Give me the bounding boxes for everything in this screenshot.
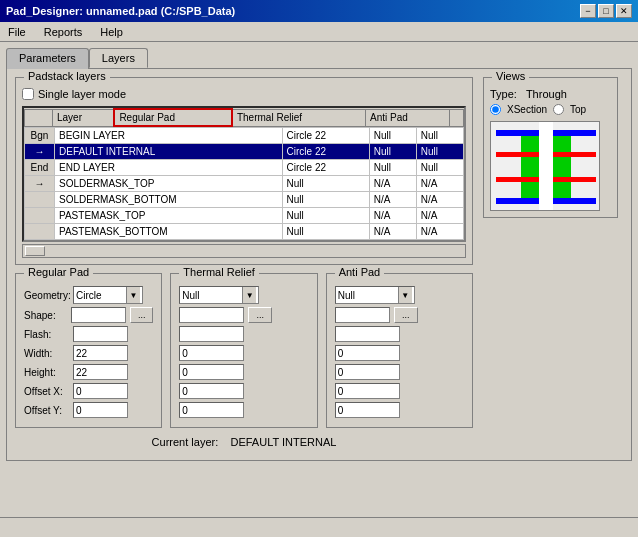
table-row[interactable]: PASTEMASK_BOTTOM Null N/A N/A [25,224,464,240]
height-input[interactable] [73,364,128,380]
title-bar: Pad_Designer: unnamed.pad (C:/SPB_Data) … [0,0,638,22]
horizontal-scrollbar[interactable] [22,244,466,258]
thermal-geometry-dropdown[interactable]: Null ▼ [179,286,259,304]
scrollbar-thumb[interactable] [25,246,45,256]
anti-flash-row [335,326,464,342]
anti-width-input[interactable] [335,345,400,361]
thermal-width-row [179,345,308,361]
offset-x-input[interactable] [73,383,128,399]
geometry-dropdown-arrow[interactable]: ▼ [126,287,140,303]
col-thermal-relief: Thermal Relief [232,109,366,126]
xsection-radio[interactable] [490,104,501,115]
anti-flash-input[interactable] [335,326,400,342]
row-label-smbot [25,192,55,208]
offset-y-label: Offset Y: [24,405,69,416]
table-row[interactable]: End END LAYER Circle 22 Null Null [25,160,464,176]
row-layer-pmtop[interactable]: PASTEMASK_TOP [55,208,283,224]
single-layer-label: Single layer mode [38,88,126,100]
anti-geometry-value: Null [338,290,355,301]
top-label: Top [570,104,586,115]
views-panel: Views Type: Through XSection Top [483,77,618,218]
row-thermal-default: Null [369,144,416,160]
top-radio[interactable] [553,104,564,115]
geometry-row: Geometry: Circle ▼ [24,286,153,304]
menu-reports[interactable]: Reports [40,24,87,40]
anti-shape-row: ... [335,307,464,323]
tab-parameters[interactable]: Parameters [6,48,89,69]
views-title: Views [492,70,529,82]
thermal-width-input[interactable] [179,345,244,361]
layer-table: Layer Regular Pad Thermal Relief Anti Pa… [24,108,464,127]
table-row[interactable]: → DEFAULT INTERNAL Circle 22 Null Null [25,144,464,160]
shape-input[interactable] [71,307,126,323]
table-row[interactable]: Bgn BEGIN LAYER Circle 22 Null Null [25,128,464,144]
offset-y-input[interactable] [73,402,128,418]
anti-dropdown-arrow[interactable]: ▼ [398,287,412,303]
row-thermal-pmtop: N/A [369,208,416,224]
row-thermal-end: Null [369,160,416,176]
regular-pad-group: Regular Pad Geometry: Circle ▼ Shape: ..… [15,273,162,428]
thermal-shape-input[interactable] [179,307,244,323]
offset-x-row: Offset X: [24,383,153,399]
row-anti-end: Null [416,160,463,176]
anti-height-input[interactable] [335,364,400,380]
xsection-diagram [490,121,600,211]
window-title: Pad_Designer: unnamed.pad (C:/SPB_Data) [6,5,235,17]
flash-row: Flash: [24,326,153,342]
xsection-svg [491,122,600,211]
anti-offsetx-input[interactable] [335,383,400,399]
thermal-offsety-input[interactable] [179,402,244,418]
anti-offsety-input[interactable] [335,402,400,418]
tab-layers[interactable]: Layers [89,48,148,68]
shape-row: Shape: ... [24,307,153,323]
offset-y-row: Offset Y: [24,402,153,418]
thermal-browse-button[interactable]: ... [248,307,272,323]
row-thermal-smbot: N/A [369,192,416,208]
thermal-relief-group: Thermal Relief Null ▼ ... [170,273,317,428]
main-panel: Padstack layers Single layer mode Layer … [6,68,632,461]
row-anti-pmbot: N/A [416,224,463,240]
anti-pad-group: Anti Pad Null ▼ ... [326,273,473,428]
row-layer-smbot[interactable]: SOLDERMASK_BOTTOM [55,192,283,208]
row-layer-default[interactable]: DEFAULT INTERNAL [55,144,283,160]
thermal-offsetx-input[interactable] [179,383,244,399]
table-row[interactable]: SOLDERMASK_BOTTOM Null N/A N/A [25,192,464,208]
single-layer-checkbox[interactable] [22,88,34,100]
table-row[interactable]: → SOLDERMASK_TOP Null N/A N/A [25,176,464,192]
table-row[interactable]: PASTEMASK_TOP Null N/A N/A [25,208,464,224]
menu-help[interactable]: Help [96,24,127,40]
anti-width-row [335,345,464,361]
row-layer-pmbot[interactable]: PASTEMASK_BOTTOM [55,224,283,240]
anti-shape-input[interactable] [335,307,390,323]
xsection-radio-row: XSection Top [490,104,611,115]
minimize-button[interactable]: − [580,4,596,18]
layer-table-wrapper: Layer Regular Pad Thermal Relief Anti Pa… [22,106,466,242]
row-thermal-smtop: N/A [369,176,416,192]
anti-browse-button[interactable]: ... [394,307,418,323]
anti-geometry-dropdown[interactable]: Null ▼ [335,286,415,304]
shape-label: Shape: [24,310,67,321]
left-panel: Padstack layers Single layer mode Layer … [15,77,473,452]
height-label: Height: [24,367,69,378]
row-layer-smtop[interactable]: SOLDERMASK_TOP [55,176,283,192]
anti-offsetx-row [335,383,464,399]
thermal-height-input[interactable] [179,364,244,380]
anti-geometry-row: Null ▼ [335,286,464,304]
close-button[interactable]: ✕ [616,4,632,18]
thermal-flash-input[interactable] [179,326,244,342]
current-layer-value: DEFAULT INTERNAL [230,436,336,448]
thermal-dropdown-arrow[interactable]: ▼ [242,287,256,303]
maximize-button[interactable]: □ [598,4,614,18]
shape-browse-button[interactable]: ... [130,307,153,323]
row-label-pmbot [25,224,55,240]
col-scroll [450,109,464,126]
geometry-dropdown[interactable]: Circle ▼ [73,286,143,304]
flash-input[interactable] [73,326,128,342]
views-type-row: Type: Through [490,88,611,100]
row-layer-begin[interactable]: BEGIN LAYER [55,128,283,144]
width-input[interactable] [73,345,128,361]
row-layer-end[interactable]: END LAYER [55,160,283,176]
table-scroll-area[interactable]: Bgn BEGIN LAYER Circle 22 Null Null → DE… [24,127,464,240]
col-anti-pad: Anti Pad [366,109,450,126]
menu-file[interactable]: File [4,24,30,40]
